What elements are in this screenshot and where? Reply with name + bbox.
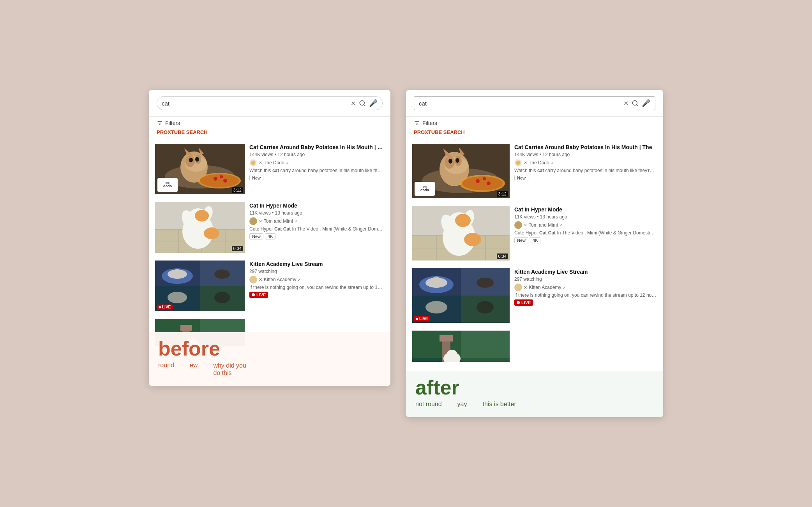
- mic-icon-after[interactable]: 🎤: [642, 99, 650, 107]
- 4k-badge-2-before: 4K: [265, 233, 275, 239]
- before-title: before: [158, 338, 381, 359]
- filters-label-before[interactable]: Filters: [165, 120, 180, 126]
- video-meta-1-before: 144K views • 12 hours ago: [249, 152, 384, 157]
- dodo-text-1-after: the dodo: [420, 185, 429, 192]
- filter-icon-before[interactable]: [157, 120, 163, 126]
- video-item-1-before[interactable]: the dodo 3:12 Cat Carries Around Baby Po…: [149, 140, 390, 198]
- verified-3-after: ✓: [563, 285, 566, 290]
- svg-point-12: [195, 157, 199, 162]
- duration-1-after: 3:12: [497, 191, 508, 197]
- clear-icon-after[interactable]: ✕: [623, 100, 628, 107]
- video-item-1-after[interactable]: the dodo 3:12 Cat Carries Around Baby Po…: [406, 140, 663, 202]
- search-input-after[interactable]: cat ✕ 🎤: [414, 96, 655, 110]
- search-text-before: cat: [162, 100, 348, 107]
- svg-point-104: [515, 284, 521, 290]
- search-icon-after[interactable]: [632, 100, 639, 107]
- channel-avatar-1-before: [249, 159, 257, 167]
- channel-name-2-after: Tom and Mimi: [529, 222, 558, 228]
- svg-point-16: [200, 174, 239, 187]
- before-annotation: before round ew why did youdo this: [149, 332, 390, 386]
- svg-point-21: [251, 161, 256, 165]
- new-badge-1-after: New: [514, 175, 528, 181]
- video-info-2-before: Cat In Hyper Mode 11K views • 13 hours a…: [249, 202, 384, 253]
- svg-line-1: [364, 104, 365, 106]
- svg-point-103: [477, 301, 494, 313]
- filters-label-after[interactable]: Filters: [422, 120, 437, 126]
- x-prefix-1-after: ✕: [524, 160, 527, 165]
- svg-point-44: [214, 269, 230, 279]
- proxtube-label-before: PROXTUBE SEARCH: [149, 128, 390, 137]
- x-prefix-3-before: ✕: [259, 277, 262, 282]
- live-dot-3-before: [252, 293, 255, 296]
- x-prefix-2-after: ✕: [524, 223, 527, 228]
- channel-avatar-3-before: [249, 276, 257, 283]
- video-item-2-before[interactable]: 0:34 Cat In Hyper Mode 11K views • 13 ho…: [149, 198, 390, 257]
- verified-1-before: ✓: [286, 161, 289, 165]
- 4k-badge-2-after: 4K: [530, 237, 540, 243]
- live-badge-3-after: LIVE: [414, 316, 430, 321]
- channel-avatar-3-after: [514, 283, 522, 291]
- channel-avatar-2-before: [249, 217, 257, 225]
- svg-rect-111: [440, 335, 453, 342]
- svg-point-92: [515, 222, 521, 228]
- svg-point-57: [632, 100, 637, 105]
- new-badge-2-after: New: [514, 237, 528, 243]
- video-list-after: the dodo 3:12 Cat Carries Around Baby Po…: [406, 137, 663, 365]
- verified-1-after: ✓: [551, 161, 554, 165]
- live-dot-3-after: [517, 301, 520, 304]
- before-tag-why: why did youdo this: [213, 362, 246, 377]
- channel-avatar-2-after: [514, 221, 522, 229]
- filters-row-after: Filters: [406, 117, 663, 128]
- video-item-3-after[interactable]: LIVE Kitten Academy Live Stream 297 watc…: [406, 264, 663, 327]
- duration-2-after: 0:34: [497, 254, 508, 259]
- badge-row-2-before: New 4K: [249, 233, 384, 239]
- video-meta-2-before: 11K views • 13 hours ago: [249, 210, 384, 216]
- svg-point-74: [476, 179, 480, 183]
- live-badge-3-before: LIVE: [157, 305, 173, 310]
- video-info-1-after: Cat Carries Around Baby Potatoes In His …: [514, 144, 657, 198]
- svg-rect-109: [461, 358, 510, 362]
- thumbnail-3-before: LIVE: [155, 261, 245, 311]
- before-tag-ew: ew: [190, 362, 198, 377]
- video-info-3-before: Kitten Academy Live Stream 297 watching …: [249, 261, 384, 311]
- before-tags: round ew why did youdo this: [158, 362, 381, 377]
- svg-point-47: [250, 276, 256, 283]
- verified-2-after: ✓: [560, 223, 563, 227]
- video-meta-3-after: 297 watching: [514, 276, 657, 282]
- svg-point-19: [223, 179, 227, 183]
- video-item-2-after[interactable]: 0:34 Cat In Hyper Mode 11K views • 13 ho…: [406, 202, 663, 264]
- channel-name-1-before: The Dodo: [264, 160, 284, 165]
- svg-point-17: [214, 177, 217, 181]
- svg-point-101: [477, 278, 494, 288]
- channel-name-3-after: Kitten Academy: [529, 285, 561, 290]
- clear-icon-before[interactable]: ✕: [351, 100, 356, 107]
- search-icon-before[interactable]: [359, 100, 366, 107]
- svg-rect-107: [461, 331, 510, 358]
- badge-row-3-after: LIVE: [514, 299, 657, 306]
- thumbnail-1-before: the dodo 3:12: [155, 144, 245, 194]
- search-bar-before: cat ✕ 🎤: [149, 90, 390, 117]
- svg-point-91: [455, 214, 471, 227]
- main-container: cat ✕ 🎤 Filters PROXTUBE SEARCH: [133, 74, 679, 433]
- filter-icon-after[interactable]: [414, 120, 420, 126]
- mic-icon-before[interactable]: 🎤: [369, 99, 378, 107]
- search-text-after: cat: [419, 100, 620, 107]
- svg-point-78: [516, 161, 521, 165]
- search-input-before[interactable]: cat ✕ 🎤: [157, 96, 383, 110]
- video-title-2-before: Cat In Hyper Mode: [249, 202, 384, 209]
- svg-point-45: [168, 292, 187, 303]
- thumbnail-1-after: the dodo 3:12: [412, 144, 510, 198]
- verified-2-before: ✓: [295, 219, 298, 224]
- svg-point-69: [455, 158, 459, 163]
- svg-point-100: [432, 276, 441, 283]
- search-bar-after: cat ✕ 🎤: [406, 90, 663, 117]
- duration-2-before: 0:34: [232, 246, 243, 251]
- video-title-3-after: Kitten Academy Live Stream: [514, 268, 657, 275]
- live-badge-text-3-after: LIVE: [514, 299, 533, 306]
- video-title-1-after: Cat Carries Around Baby Potatoes In His …: [514, 144, 657, 151]
- svg-point-35: [250, 218, 256, 224]
- video-item-4-after[interactable]: LIVE: [406, 327, 663, 362]
- video-item-3-before[interactable]: LIVE Kitten Academy Live Stream 297 watc…: [149, 257, 390, 315]
- thumbnail-2-after: 0:34: [412, 206, 510, 261]
- live-badge-text-3-before: LIVE: [249, 292, 268, 298]
